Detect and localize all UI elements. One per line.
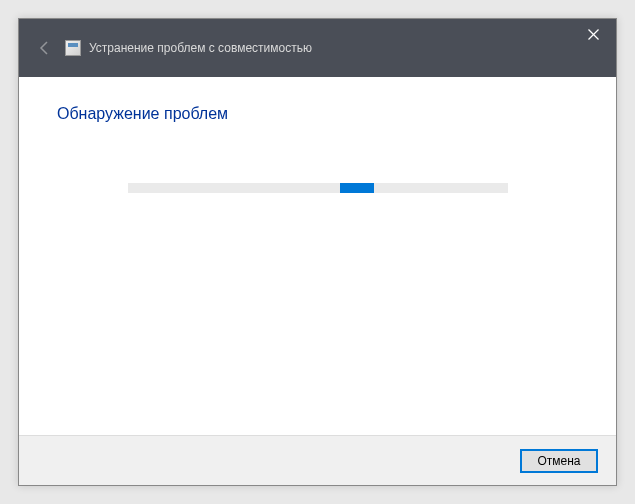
app-icon: [65, 40, 81, 56]
troubleshooter-dialog: Устранение проблем с совместимостью Обна…: [18, 18, 617, 486]
page-heading: Обнаружение проблем: [57, 105, 578, 123]
progress-bar: [128, 183, 508, 193]
outer-frame: Устранение проблем с совместимостью Обна…: [0, 0, 635, 504]
titlebar: Устранение проблем с совместимостью: [19, 19, 616, 77]
close-button[interactable]: [570, 19, 616, 49]
progress-indicator: [340, 183, 374, 193]
titlebar-title: Устранение проблем с совместимостью: [89, 41, 312, 55]
cancel-button[interactable]: Отмена: [520, 449, 598, 473]
content-area: Обнаружение проблем: [19, 77, 616, 435]
progress-container: [57, 183, 578, 193]
dialog-footer: Отмена: [19, 435, 616, 485]
back-arrow-icon: [35, 38, 55, 58]
close-icon: [588, 29, 599, 40]
